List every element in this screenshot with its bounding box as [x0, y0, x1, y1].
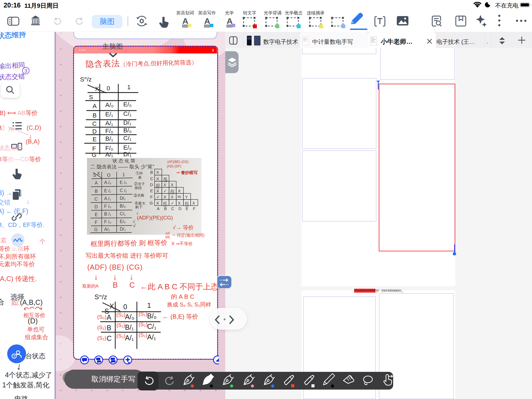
svg-text:(S₁): (S₁)	[116, 322, 125, 328]
svg-text:0: 0	[107, 85, 110, 92]
svg-text:√: √	[133, 223, 136, 228]
svg-text:转文字: 转文字	[243, 11, 256, 15]
svg-text:(S₀): (S₀)	[97, 314, 106, 320]
svg-text:X: X	[171, 182, 173, 187]
svg-text:(S₂): (S₂)	[116, 312, 126, 318]
svg-text:A: A	[157, 206, 160, 211]
svg-text:C: C	[107, 334, 112, 342]
svg-text:Sm/z: Sm/z	[94, 293, 107, 301]
svg-text:光学背诵: 光学背诵	[264, 11, 282, 15]
svg-text:B/₀: B/₀	[123, 127, 132, 134]
svg-text:A: A	[204, 16, 210, 25]
svg-text:Y: Y	[185, 195, 188, 199]
svg-text:G: G	[150, 201, 153, 205]
svg-text:D/₁: D/₁	[123, 151, 131, 157]
svg-text:E /₁: E /₁	[104, 188, 111, 193]
svg-text:C/₁: C/₁	[147, 323, 156, 330]
svg-text:A/₀: A/₀	[105, 101, 114, 108]
svg-text:(S₂): (S₂)	[97, 335, 106, 341]
svg-text:X: X	[97, 171, 100, 176]
svg-text:(AF)(BE) (CG): (AF)(BE) (CG)	[167, 160, 189, 164]
svg-text:E/₀: E/₀	[120, 219, 126, 224]
svg-text:(S₁): (S₁)	[139, 332, 147, 338]
svg-text:C/₁: C/₁	[123, 110, 131, 117]
svg-text:⇀ 誊抄横写: ⇀ 誊抄横写	[176, 170, 198, 175]
svg-text:F/₀: F/₀	[105, 127, 113, 134]
svg-text:F: F	[150, 195, 153, 199]
svg-text:B/₀: B/₀	[120, 204, 126, 208]
svg-text:①作: ①作	[136, 171, 143, 175]
svg-text:C: C	[171, 206, 174, 211]
svg-text:F: F	[95, 220, 98, 225]
svg-text:X: X	[156, 188, 159, 193]
svg-text:B: B	[93, 112, 97, 119]
svg-text:1: 1	[147, 301, 151, 309]
svg-text:(S₁): (S₁)	[139, 311, 147, 317]
svg-text:C: C	[150, 176, 153, 181]
svg-text:B: B	[150, 170, 153, 175]
svg-text:C/₁: C/₁	[120, 211, 126, 216]
svg-text:C: C	[92, 120, 97, 127]
svg-text:X: X	[192, 201, 195, 205]
svg-text:E: E	[93, 136, 97, 143]
svg-text:G: G	[92, 151, 96, 157]
svg-text:连续摘录: 连续摘录	[307, 11, 324, 15]
svg-text:B: B	[95, 189, 98, 194]
svg-text:?: ?	[13, 354, 15, 358]
svg-text:表: 表	[138, 175, 142, 180]
svg-text:BE: BE	[178, 195, 181, 198]
svg-text:(S₁): (S₁)	[97, 324, 106, 330]
svg-text:B: B	[107, 324, 111, 332]
svg-text:(S₂): (S₂)	[139, 321, 148, 327]
svg-text:A: A	[182, 16, 188, 25]
svg-text:状 态 化 简: 状 态 化 简	[112, 158, 135, 163]
svg-text:(ADF)(PE)(CG): (ADF)(PE)(CG)	[137, 215, 173, 221]
svg-text:X: X	[95, 85, 99, 92]
svg-text:C: C	[94, 197, 98, 201]
svg-text:X: X	[109, 302, 114, 310]
svg-text:A /₁: A /₁	[104, 196, 111, 201]
svg-text:纵段: 纵段	[135, 186, 142, 190]
svg-text:X: X	[171, 195, 173, 199]
svg-text:C /₁: C /₁	[120, 188, 127, 193]
svg-text:B/₀: B/₀	[147, 312, 157, 320]
svg-text:光学: 光学	[225, 11, 234, 15]
svg-text:英语写作: 英语写作	[198, 11, 216, 15]
svg-text:E: E	[95, 212, 98, 217]
svg-text:X: X	[156, 170, 159, 175]
svg-text:X: X	[178, 201, 181, 205]
svg-text:A/₁: A/₁	[105, 120, 113, 127]
svg-text:E: E	[150, 188, 153, 193]
svg-text:D/₁: D/₁	[123, 119, 131, 126]
svg-text:D: D	[94, 204, 98, 209]
svg-text:D: D	[92, 128, 97, 135]
svg-text:②冷子: ②冷子	[134, 182, 145, 186]
svg-text:A/₁: A/₁	[147, 333, 156, 341]
svg-text:E /₀: E /₀	[120, 180, 127, 185]
svg-text:A/₁: A/₁	[104, 227, 110, 232]
svg-text:D/₁: D/₁	[120, 196, 126, 201]
svg-text:③关释: ③关释	[134, 193, 144, 198]
svg-text:C/₁: C/₁	[123, 135, 131, 142]
svg-text:ADBE: ADBE	[156, 183, 160, 189]
svg-text:A: A	[93, 103, 97, 109]
svg-text:④最大: ④最大	[135, 201, 145, 205]
svg-text:✓: ✓	[163, 188, 167, 193]
svg-text:英语划词: 英语划词	[176, 11, 194, 15]
svg-text:B /₁: B /₁	[104, 212, 111, 216]
svg-text:1: 1	[127, 84, 131, 91]
svg-text:二 隐含表法 —— 取头 少"尾": 二 隐含表法 —— 取头 少"尾"	[90, 164, 154, 170]
svg-text:X: X	[163, 195, 166, 199]
svg-text:X: X	[156, 201, 159, 205]
svg-text:X: X	[163, 182, 166, 187]
svg-text:A/₁: A/₁	[125, 334, 134, 342]
svg-text:E/₀: E/₀	[123, 101, 132, 108]
svg-text:剩下: 剩下	[135, 205, 142, 209]
svg-text:(AD) (DF): (AD) (DF)	[167, 164, 181, 168]
svg-text:A: A	[107, 313, 111, 321]
svg-text:Sm/z: Sm/z	[80, 76, 92, 83]
svg-text:B/₁: B/₁	[125, 323, 134, 331]
svg-text:B: B	[164, 206, 167, 211]
svg-text:S: S	[93, 173, 96, 178]
svg-text:X: X	[178, 188, 181, 193]
